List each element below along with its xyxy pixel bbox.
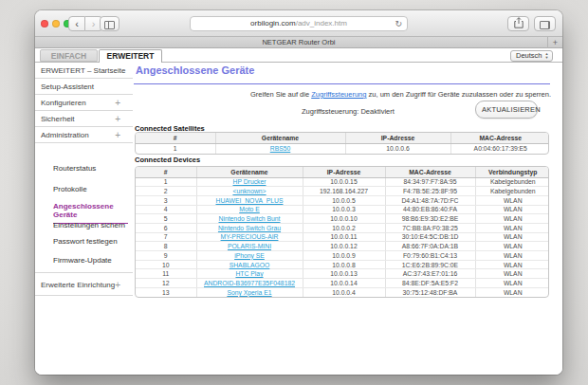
sidebar-item-sicherheit[interactable]: Sicherheit+ [35,111,133,127]
url-host: orbilogin.com [250,19,296,28]
device-mac: 30:10:E4:5C:DB:1D [385,232,475,242]
device-name-link[interactable]: HUAWEI_NOVA_PLUS [215,197,283,204]
device-name-link[interactable]: SHABLAGOO [230,262,270,268]
address-bar[interactable]: orbilogin.com/adv_index.htm ↻ [190,16,408,31]
device-name-link[interactable]: ANDROID-B36977E35F048182 [204,280,295,286]
sidebar-item-firmware-update[interactable]: Firmware-Update [53,257,131,266]
device-name-link[interactable]: Moto E [239,206,260,212]
tab-erweitert[interactable]: ERWEITERT [99,49,162,63]
sidebar-item-label: Erweiterte Einrichtung [41,281,115,289]
close-window-button[interactable] [41,20,48,28]
table-row: 8POLARIS-MINI10.0.0.12A8:66:7F:0A:DA:1BW… [136,242,549,251]
column-header-ip-adresse: IP-Adresse [303,167,385,177]
sidebar-item-label: Administration [41,131,89,139]
main-pane: Angeschlossene Geräte Greifen Sie auf di… [133,48,562,375]
device-name-link[interactable]: iPhony SE [234,252,265,259]
device-name-link[interactable]: HTC Play [235,270,263,277]
device-mac: 7C:BB:8A:F0:38:25 [385,223,475,232]
new-tab-button[interactable]: + [547,37,562,48]
sidebar-item-passwort-festlegen[interactable]: Passwort festlegen [53,238,131,247]
devices-table-label: Connected Devices [135,156,200,164]
device-name-cell: Nintendo Switch Grau [196,223,303,232]
device-name-link[interactable]: HP Drucker [233,178,266,185]
satellite-name-link[interactable]: RBS50 [270,145,291,152]
device-name-cell: HUAWEI_NOVA_PLUS [196,195,303,205]
table-row: 4Moto E10.0.0.344:80:EB:86:40:FAWLAN [136,205,549,214]
device-name-link[interactable]: MY-PRECIOUS-AIR [221,233,279,240]
column-header-: # [136,167,196,177]
tabs-overview-icon [540,21,550,29]
device-name-cell: MY-PRECIOUS-AIR [196,232,303,242]
device-name-link[interactable]: Nintendo Switch Bunt [219,215,281,222]
sidebar-item-protokolle[interactable]: Protokolle [53,186,131,194]
device-connection-type: WLAN [475,260,549,269]
device-name-cell: HP Drucker [196,177,303,187]
expand-plus-icon[interactable]: + [115,127,120,143]
expand-plus-icon[interactable]: + [115,95,120,111]
page-content: EINFACH ERWEITERT Deutsch ▲▼ ERWEITERT –… [35,48,562,375]
sidebar-item-label: Setup-Assistent [41,82,94,91]
sidebar-item-administration[interactable]: Administration+ [35,127,133,143]
table-row: 9iPhony SE10.0.0.9F0:79:60:B1:C4:13WLAN [136,251,549,261]
device-connection-type: WLAN [475,214,549,224]
show-all-tabs-button[interactable] [534,16,556,31]
sidebar-toggle-button[interactable] [100,16,119,31]
device-ip: 10.0.0.11 [303,232,385,242]
share-button[interactable] [507,16,529,31]
device-ip: 10.0.0.8 [303,260,385,269]
table-row: 6Nintendo Switch Grau10.0.0.27C:BB:8A:F0… [136,223,549,232]
table-row: 11HTC Play10.0.0.13AC:37:43:E7:01:16WLAN [136,269,549,279]
language-select[interactable]: Deutsch ▲▼ [510,50,553,62]
device-number: 2 [136,187,196,196]
sidebar-item-einstellungen-sichern[interactable]: Einstellungen sichern [53,222,131,230]
column-header-ip-adresse: IP-Adresse [345,133,450,143]
back-button[interactable]: ‹ [68,16,85,31]
device-name-link[interactable]: Sony Xperia E1 [227,289,271,296]
sidebar-item-konfigurieren[interactable]: Konfigurieren+ [35,95,133,111]
refresh-button[interactable]: AKTUALISIEREN [475,101,538,119]
device-ip: 10.0.0.2 [303,223,385,232]
access-control-link[interactable]: Zugriffssteuerung [311,90,366,99]
expand-plus-icon[interactable]: + [115,111,120,127]
satellites-table: #GerätenameIP-AdresseMAC-Adresse 1RBS501… [135,132,549,155]
column-header-ger-tename: Gerätename [196,167,303,177]
device-name-link[interactable]: Nintendo Switch Grau [218,225,281,231]
sidebar-item-label: Sicherheit [41,115,75,123]
tab-einfach[interactable]: EINFACH [40,49,98,62]
device-number: 3 [136,195,196,205]
device-mac: 84:34:97:F7:8A:95 [385,177,475,187]
device-name-cell: <unknown> [196,187,303,196]
device-ip: 10.0.0.9 [303,251,385,261]
device-name-cell: ANDROID-B36977E35F048182 [196,279,303,288]
device-name-cell: SHABLAGOO [196,260,303,269]
browser-tab-title[interactable]: NETGEAR Router Orbi [35,37,562,48]
column-header-ger-tename: Gerätename [215,133,345,143]
sidebar-icon [104,21,115,29]
device-name-link[interactable]: <unknown> [232,188,266,194]
device-ip: 10.0.0.3 [303,205,385,214]
device-mac: F0:79:60:B1:C4:13 [385,251,475,261]
reload-icon[interactable]: ↻ [395,17,402,30]
device-number: 10 [136,260,196,269]
desktop-background: ‹ › orbilogin.com/adv_index.htm ↻ NETGEA… [0,0,588,385]
sidebar-item-erweiterte-einrichtung[interactable]: Erweiterte Einrichtung + [35,272,133,296]
sidebar-item-label: Konfigurieren [41,99,86,107]
minimize-window-button[interactable] [52,20,60,28]
device-connection-type: WLAN [475,251,549,261]
device-mac: AC:37:43:E7:01:16 [385,269,475,279]
device-mac: F4:7B:5E:25:8F:95 [385,187,475,196]
sidebar-item-routerstatus[interactable]: Routerstatus [53,165,131,174]
table-row: 7MY-PRECIOUS-AIR10.0.0.1130:10:E4:5C:DB:… [136,232,549,242]
sidebar-item-erweitert-startseite[interactable]: ERWEITERT – Startseite [35,63,133,79]
column-header-mac-adresse: MAC-Adresse [385,167,475,177]
expand-plus-icon[interactable]: + [115,273,120,297]
share-icon [514,17,524,28]
device-name-cell: POLARIS-MINI [196,242,303,251]
sidebar-item-setup-assistent[interactable]: Setup-Assistent [35,79,133,95]
satellite-number: 1 [136,143,215,154]
device-connection-type: WLAN [475,232,549,242]
device-connection-type: WLAN [475,279,549,288]
device-name-link[interactable]: POLARIS-MINI [228,243,271,249]
table-row: 3HUAWEI_NOVA_PLUS10.0.0.5D4:A1:48:7A:7D:… [136,195,549,205]
device-ip: 10.0.0.14 [303,279,385,288]
